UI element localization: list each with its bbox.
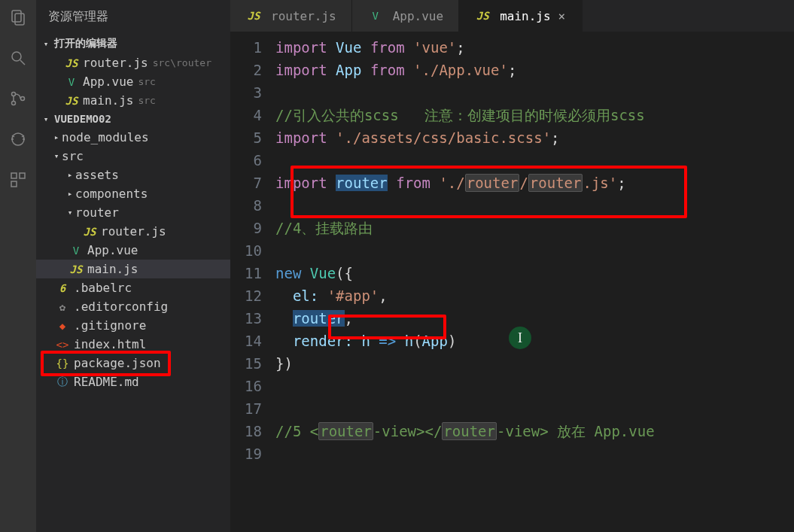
chevron-down-icon: ▾ — [41, 114, 51, 124]
line-number: 7 — [230, 172, 262, 194]
line-number: 6 — [230, 149, 262, 172]
open-editor-item[interactable]: VApp.vuesrc — [36, 72, 230, 91]
chevron-right-icon: ▸ — [65, 170, 75, 180]
folder-router[interactable]: ▾router — [36, 203, 230, 222]
svg-rect-13 — [20, 173, 25, 178]
project-section[interactable]: ▾ VUEDEMO02 — [36, 110, 230, 128]
editor-tab[interactable]: JSmain.js× — [459, 0, 583, 32]
open-editor-item[interactable]: JSmain.jssrc — [36, 91, 230, 110]
code-line[interactable] — [275, 81, 794, 104]
file-label: App.vue — [87, 243, 138, 257]
js-icon: JS — [81, 226, 98, 238]
editor-area: JSrouter.jsVApp.vueJSmain.js× 1234567891… — [230, 0, 794, 532]
code-line[interactable]: render: h => h(App) — [275, 330, 794, 352]
vue-icon: V — [68, 245, 84, 257]
svg-rect-0 — [12, 11, 21, 22]
line-number: 4 — [230, 104, 262, 126]
svg-line-3 — [20, 60, 25, 65]
folder-node-modules[interactable]: ▸node_modules — [36, 128, 230, 147]
extensions-icon[interactable] — [8, 170, 28, 190]
vue-icon: V — [63, 76, 80, 88]
line-number: 12 — [230, 284, 262, 307]
babel-icon: 6 — [54, 282, 71, 294]
file-index-html[interactable]: <>index.html — [36, 335, 230, 354]
tab-label: main.js — [500, 9, 550, 23]
file-label: App.vue — [83, 74, 133, 89]
line-number: 18 — [230, 420, 262, 442]
code-line[interactable]: import Vue from 'vue'; — [275, 36, 794, 59]
chevron-right-icon: ▸ — [65, 189, 75, 199]
file-main-js[interactable]: JSmain.js — [36, 260, 230, 278]
file-babelrc[interactable]: 6.babelrc — [36, 278, 230, 297]
scm-icon[interactable] — [8, 89, 28, 108]
code-line[interactable]: import router from './router/router.js'; — [275, 172, 794, 194]
files-icon[interactable] — [8, 8, 28, 27]
folder-assets[interactable]: ▸assets — [36, 166, 230, 184]
file-label: .editorconfig — [74, 299, 168, 314]
code-line[interactable]: import App from './App.vue'; — [275, 59, 794, 81]
file-app-vue[interactable]: VApp.vue — [36, 241, 230, 260]
file-label: main.js — [87, 262, 138, 276]
close-icon[interactable]: × — [557, 9, 567, 23]
open-editor-item[interactable]: JSrouter.jssrc\router — [36, 53, 230, 72]
code-line[interactable] — [275, 239, 794, 262]
code-line[interactable]: //4、挂载路由 — [275, 217, 794, 239]
line-number: 16 — [230, 375, 262, 397]
svg-point-4 — [12, 93, 16, 96]
code-content[interactable]: import Vue from 'vue';import App from '.… — [275, 36, 794, 532]
file-gitignore[interactable]: ◆.gitignore — [36, 316, 230, 335]
code-line[interactable]: //5 <router-view></router-view> 放在 App.v… — [275, 420, 794, 442]
code-line[interactable] — [275, 442, 794, 465]
text-cursor-icon: I — [509, 327, 531, 349]
code-line[interactable]: import './assets/css/basic.scss'; — [275, 126, 794, 149]
explorer-title: 资源管理器 — [36, 0, 230, 34]
info-icon: ⓘ — [54, 375, 71, 389]
code-line[interactable]: //引入公共的scss 注意：创建项目的时候必须用scss — [275, 104, 794, 126]
open-editors-section[interactable]: ▾ 打开的编辑器 — [36, 34, 230, 53]
svg-point-6 — [21, 97, 25, 101]
html-icon: <> — [54, 339, 71, 351]
json-icon: {} — [54, 357, 71, 369]
git-icon: ◆ — [54, 320, 71, 332]
line-number: 5 — [230, 126, 262, 149]
code-line[interactable] — [275, 375, 794, 397]
file-package-json[interactable]: {}package.json — [36, 354, 230, 372]
explorer-sidebar: 资源管理器 ▾ 打开的编辑器 JSrouter.jssrc\routerVApp… — [36, 0, 230, 532]
code-line[interactable]: router, — [275, 307, 794, 330]
svg-point-7 — [12, 133, 24, 145]
file-label: README.md — [74, 375, 139, 389]
file-label: main.js — [83, 93, 133, 108]
project-label: VUEDEMO02 — [54, 113, 111, 125]
file-router-js[interactable]: JSrouter.js — [36, 222, 230, 241]
line-number: 3 — [230, 81, 262, 104]
line-gutter: 12345678910111213141516171819 — [230, 36, 275, 532]
chevron-down-icon: ▾ — [41, 39, 51, 49]
code-line[interactable] — [275, 397, 794, 420]
chevron-down-icon: ▾ — [65, 208, 75, 217]
file-editorconfig[interactable]: ✿.editorconfig — [36, 297, 230, 316]
line-number: 15 — [230, 352, 262, 375]
code-line[interactable]: new Vue({ — [275, 262, 794, 284]
folder-src[interactable]: ▾src — [36, 147, 230, 166]
debug-icon[interactable] — [8, 129, 28, 149]
folder-label: src — [62, 149, 84, 163]
file-label: router.js — [83, 56, 148, 70]
svg-rect-14 — [11, 181, 17, 187]
file-hint: src — [138, 95, 155, 106]
svg-rect-12 — [11, 173, 17, 178]
code-line[interactable] — [275, 149, 794, 172]
editor-tab[interactable]: JSrouter.js — [230, 0, 352, 32]
file-label: index.html — [74, 337, 146, 351]
code-editor[interactable]: 12345678910111213141516171819 import Vue… — [230, 32, 794, 532]
line-number: 14 — [230, 330, 262, 352]
js-icon: JS — [474, 10, 491, 22]
search-icon[interactable] — [8, 48, 28, 68]
tab-label: App.vue — [393, 9, 443, 23]
code-line[interactable] — [275, 194, 794, 217]
editor-tab[interactable]: VApp.vue — [352, 0, 459, 32]
folder-components[interactable]: ▸components — [36, 184, 230, 203]
file-readme[interactable]: ⓘREADME.md — [36, 372, 230, 391]
svg-rect-1 — [15, 14, 24, 25]
code-line[interactable]: }) — [275, 352, 794, 375]
code-line[interactable]: el: '#app', — [275, 284, 794, 307]
